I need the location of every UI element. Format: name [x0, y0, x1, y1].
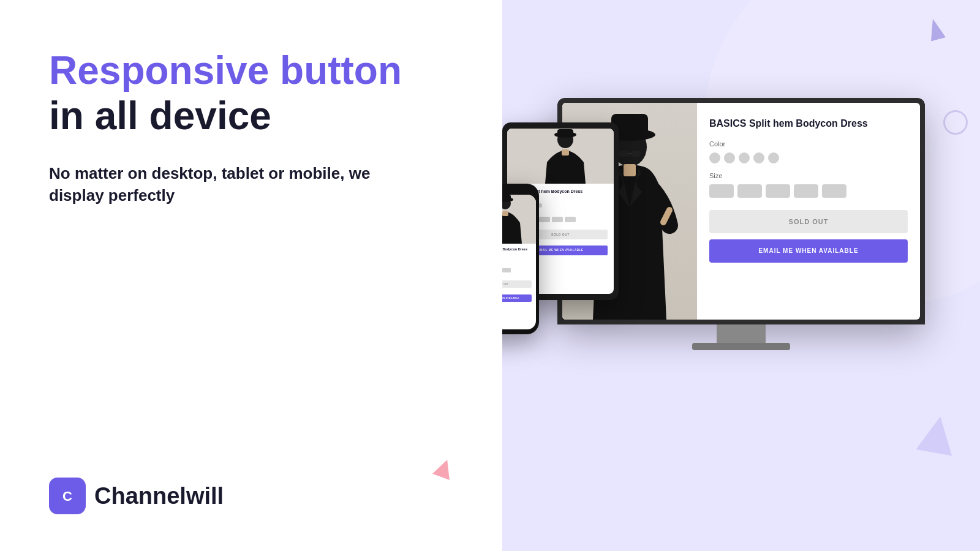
right-panel: BASICS Split hem Bodycon Dress Color Siz… — [502, 0, 980, 551]
color-dot-2 — [724, 152, 735, 163]
mobile-size-pills — [502, 268, 532, 272]
mobile-person-svg — [502, 195, 536, 244]
t-size-4 — [552, 217, 563, 222]
m-size-4 — [502, 268, 511, 272]
svg-rect-14 — [557, 129, 573, 137]
left-panel: Responsive button in all device No matte… — [0, 0, 502, 551]
hero-title-line1: Responsive button — [49, 49, 453, 92]
mobile-screen: BASICS Split hem Bodycon Dress Color Siz… — [502, 195, 536, 329]
size-pill-l — [794, 184, 818, 198]
svg-rect-7 — [631, 151, 641, 157]
hero-subtitle: No matter on desktop, tablet or mobile, … — [49, 162, 392, 207]
svg-rect-20 — [502, 211, 508, 216]
monitor-stand-base — [692, 343, 790, 350]
desktop-sold-out-button: SOLD OUT — [709, 210, 908, 233]
color-dot-1 — [709, 152, 720, 163]
svg-rect-15 — [562, 149, 569, 156]
desktop-product-title: BASICS Split hem Bodycon Dress — [709, 118, 908, 130]
mobile-notch — [502, 189, 514, 192]
monitor-stand-neck — [717, 324, 766, 343]
mobile-color-label: Color — [502, 254, 532, 257]
brand-logo: C Channelwill — [49, 478, 453, 514]
size-pill-s — [737, 184, 762, 198]
svg-text:C: C — [62, 489, 72, 504]
devices-container: BASICS Split hem Bodycon Dress Color Siz… — [502, 61, 980, 551]
size-pill-xl — [822, 184, 846, 198]
desktop-email-available-button[interactable]: EMAIL ME WHEN AVAILABLE — [709, 239, 908, 263]
hero-title-line2: in all device — [49, 94, 453, 137]
svg-rect-9 — [624, 164, 636, 176]
brand-name: Channelwill — [94, 483, 224, 509]
svg-rect-6 — [619, 151, 628, 157]
t-size-5 — [565, 217, 576, 222]
mobile-color-dots — [502, 258, 532, 261]
mobile-product-details: BASICS Split hem Bodycon Dress Color Siz… — [502, 244, 536, 305]
color-dot-4 — [753, 152, 764, 163]
mobile-email-available-button[interactable]: EMAIL ME WHEN AVAILABLE — [502, 294, 532, 302]
t-size-3 — [539, 217, 550, 222]
color-dot-3 — [739, 152, 750, 163]
channelwill-icon: C — [56, 485, 78, 507]
mobile-device: BASICS Split hem Bodycon Dress Color Siz… — [502, 184, 539, 334]
desktop-size-pills — [709, 184, 908, 198]
size-pill-xs — [709, 184, 734, 198]
mobile-product-image — [502, 195, 536, 244]
tablet-product-image — [507, 129, 614, 184]
mobile-frame: BASICS Split hem Bodycon Dress Color Siz… — [502, 184, 539, 334]
mobile-sold-out-button: SOLD OUT — [502, 280, 532, 288]
desktop-size-label: Size — [709, 172, 908, 179]
color-dot-5 — [768, 152, 779, 163]
size-pill-m — [766, 184, 790, 198]
mobile-size-label: Size — [502, 264, 532, 267]
tablet-person-svg — [507, 129, 614, 184]
desktop-color-dots — [709, 152, 908, 163]
deco-triangle-pink — [432, 457, 456, 480]
brand-icon: C — [49, 478, 86, 514]
svg-rect-19 — [502, 195, 511, 200]
desktop-color-label: Color — [709, 140, 908, 148]
monitor-product-details: BASICS Split hem Bodycon Dress Color Siz… — [697, 103, 920, 320]
mobile-product-title: BASICS Split hem Bodycon Dress — [502, 247, 532, 252]
